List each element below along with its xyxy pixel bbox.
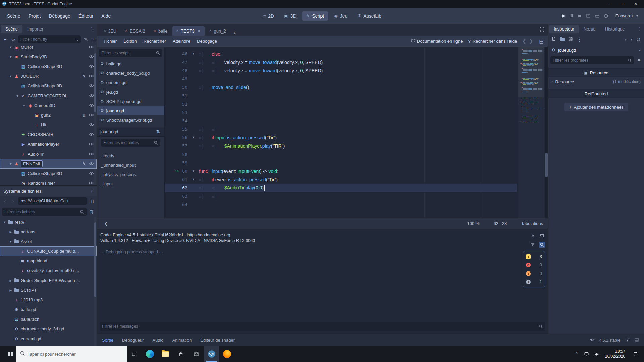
scripts-panel-toggle-button[interactable]: ▤ [538, 39, 544, 44]
explorer-app[interactable] [158, 346, 173, 362]
inspector-back-button[interactable]: ‹ [625, 36, 626, 43]
visibility-eye-icon[interactable] [89, 161, 94, 166]
script-list-item[interactable]: ⚙ennemi.gd [97, 78, 164, 87]
line-number[interactable]: 54 [182, 117, 187, 125]
scene-tab-gun_2[interactable]: ○gun_2 [205, 26, 230, 36]
line-number[interactable]: 51 [182, 92, 187, 100]
search-output-button[interactable] [539, 242, 545, 248]
filesystem-row[interactable]: ▤balle.tscn [0, 314, 97, 324]
scene-tree-scrollbar[interactable] [94, 45, 96, 185]
tree-arrow-icon[interactable]: ▼ [2, 221, 7, 224]
line-number[interactable]: 56 [182, 133, 187, 142]
tray-chevron-up-icon[interactable]: ^ [572, 352, 581, 356]
store-app[interactable] [173, 346, 189, 362]
new-resource-button[interactable] [552, 36, 556, 43]
scene-tree-row[interactable]: ♪AudioTir [0, 149, 97, 159]
code-line[interactable]: 58 [165, 150, 517, 159]
filesystem-tree[interactable]: ▼res://▶addons▼Asset♪GUNAuto_Coup de feu… [0, 217, 97, 346]
taskbar-search[interactable] [16, 346, 127, 362]
add-node-button[interactable]: + [2, 37, 8, 42]
code-line[interactable]: 53 [165, 108, 517, 117]
inspector-forward-button[interactable]: › [630, 36, 632, 43]
line-number[interactable]: 53 [182, 108, 187, 117]
method-sort-button[interactable]: ⇅ [155, 129, 161, 134]
method-list-item[interactable]: _physics_process [97, 170, 164, 179]
info-badge[interactable]: i1 [526, 279, 542, 284]
inspector-history-button[interactable]: ↺ [636, 36, 641, 43]
line-number[interactable]: 58 [182, 150, 187, 159]
tree-arrow-icon[interactable]: ▼ [8, 162, 13, 166]
visibility-eye-icon[interactable] [89, 103, 94, 108]
bottom-tab-débogueur[interactable]: Débogueur [122, 338, 144, 343]
renderer-dropdown[interactable]: Forward+▾ [613, 12, 641, 20]
menu-débogage[interactable]: Débogage [45, 11, 74, 21]
error-badge[interactable]: ✕0 [526, 262, 542, 267]
script-list-item[interactable]: ⚙SCRIPT/joueur.gd [97, 97, 164, 106]
save-resource-button[interactable] [569, 36, 573, 43]
output-filter-input[interactable] [102, 324, 537, 329]
inspector-options-button[interactable]: ≡ [636, 58, 642, 63]
fs-split-view-button[interactable]: ◫ [89, 198, 95, 204]
fs-back-button[interactable]: ‹ [2, 198, 8, 204]
line-number[interactable]: 47 [182, 58, 187, 66]
action-center-button[interactable] [629, 352, 642, 356]
play-custom-scene-button[interactable] [595, 14, 599, 18]
fold-arrow-icon[interactable]: ▼ [192, 133, 195, 142]
code-line[interactable]: 47»|»|velocity.x = move_toward(velocity.… [165, 58, 517, 66]
code-line[interactable]: 54 [165, 117, 517, 125]
bottom-tab-éditeur-de-shader[interactable]: Éditeur de shader [200, 338, 235, 343]
play-button[interactable] [562, 14, 566, 18]
online-docs-button[interactable]: Documentation en ligne [411, 39, 463, 44]
history-back-button[interactable]: ❮ [522, 39, 526, 44]
fs-filter-input[interactable] [4, 209, 78, 214]
code-editor[interactable]: 46▼»|else:47»|»|velocity.x = move_toward… [165, 47, 548, 218]
visibility-eye-icon[interactable] [89, 45, 94, 50]
code-line[interactable]: 64 [165, 200, 517, 209]
tree-arrow-icon[interactable]: ▼ [8, 240, 13, 243]
tree-arrow-icon[interactable]: ▼ [8, 75, 13, 78]
tree-arrow-icon[interactable]: ▼ [8, 55, 13, 59]
visibility-eye-icon[interactable] [89, 152, 94, 157]
pin-bottom-panel-button[interactable] [626, 338, 629, 343]
tree-arrow-icon[interactable]: ▶ [8, 230, 13, 234]
code-line[interactable]: 55»|»| [165, 125, 517, 133]
expand-bottom-panel-button[interactable] [635, 338, 639, 343]
scene-tree-row[interactable]: ▼▣MUR4 [0, 45, 97, 52]
script-list-item[interactable]: ⚙ShootManagerScript.gd [97, 115, 164, 125]
load-resource-button[interactable] [560, 36, 565, 43]
inspector-dock-menu-button[interactable]: ⋮ [637, 26, 641, 32]
scene-tree-row[interactable]: ▼◉Camera3D [0, 101, 97, 110]
line-number[interactable]: 48 [182, 66, 187, 75]
tree-arrow-icon[interactable]: ▶ [8, 279, 13, 282]
add-metadata-button[interactable]: + Ajouter des métadonnées [564, 103, 628, 111]
line-number[interactable]: 57 [182, 142, 187, 150]
history-forward-button[interactable]: ❯ [529, 39, 533, 44]
visibility-eye-icon[interactable] [89, 181, 94, 185]
attach-script-button[interactable]: ✎ [83, 37, 89, 42]
scene-tree-row[interactable]: ▧CollisionShape3D [0, 62, 97, 71]
attached-script-icon[interactable]: ✎ [83, 74, 86, 78]
script-list-item[interactable]: ⚙character_body_3d.gd [97, 68, 164, 78]
scene-tab-jeu[interactable]: ○JEU [100, 26, 120, 36]
visibility-eye-icon[interactable] [89, 93, 94, 98]
search-help-button[interactable]: ?Rechercher dans l'aide [468, 39, 517, 44]
scripts-panel-collapse-button[interactable]: ❮ [104, 221, 108, 226]
workspace-2d-button[interactable]: ▱2D [258, 11, 278, 21]
scene-tab-essai2[interactable]: ○ESSAI2 [121, 26, 149, 36]
tree-arrow-icon[interactable]: ▼ [15, 94, 20, 98]
close-tab-icon[interactable]: ✕ [198, 29, 201, 33]
filesystem-row[interactable]: ♪12019.mp3 [0, 295, 97, 305]
visibility-eye-icon[interactable] [89, 64, 94, 69]
visibility-eye-icon[interactable] [89, 54, 94, 59]
attached-script-icon[interactable]: ✎ [83, 162, 86, 166]
visibility-eye-icon[interactable] [89, 171, 94, 176]
volume-icon[interactable] [592, 352, 601, 356]
clear-output-button[interactable] [530, 232, 536, 238]
filesystem-more-options-button[interactable]: ⋮ [90, 189, 94, 194]
fs-sort-button[interactable]: ⇅ [89, 209, 95, 215]
scene-tab-balle[interactable]: ○balle [150, 26, 171, 36]
method-list-item[interactable]: _ready [97, 151, 164, 160]
line-number[interactable]: 61 [182, 175, 187, 184]
mail-app[interactable] [189, 346, 204, 362]
scene-tree-row[interactable]: ▼○CAMERACONTROL [0, 91, 97, 101]
